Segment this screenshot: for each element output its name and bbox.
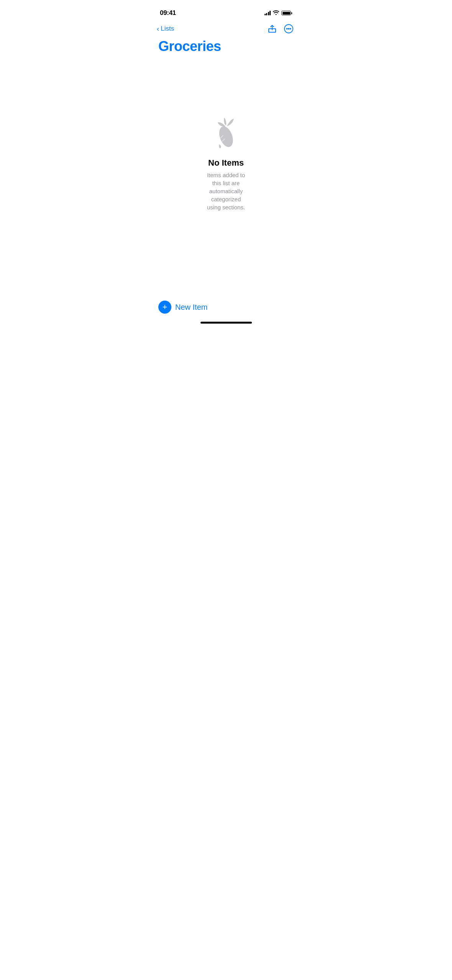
signal-bar-4 [270,11,271,15]
page-title-section: Groceries [151,37,301,61]
battery-icon [281,11,292,15]
carrot-icon [211,116,242,152]
more-button[interactable] [284,24,294,34]
bottom-bar: + New Item [151,294,301,327]
new-item-label: New Item [175,303,207,312]
signal-bar-2 [266,13,267,15]
page-title: Groceries [158,38,294,54]
new-item-circle-icon: + [158,301,171,314]
signal-bars-icon [265,11,271,15]
status-time: 09:41 [160,9,176,17]
svg-point-3 [288,28,289,29]
back-chevron-icon: ‹ [157,25,159,32]
empty-subtitle: Items added to this list are automatical… [204,171,248,211]
signal-bar-1 [265,14,266,15]
signal-bar-3 [268,12,269,15]
new-item-button[interactable]: + New Item [158,301,294,314]
plus-icon: + [163,303,168,311]
nav-actions [268,24,294,34]
share-button[interactable] [268,24,277,33]
back-button[interactable]: ‹ Lists [157,25,174,33]
wifi-icon [273,10,279,16]
empty-state: No Items Items added to this list are au… [188,116,264,211]
svg-point-2 [286,28,287,29]
status-icons [265,10,293,16]
svg-point-4 [290,28,291,29]
nav-bar: ‹ Lists [151,21,301,37]
home-indicator [201,322,252,324]
status-bar: 09:41 [151,0,301,21]
empty-title: No Items [208,158,244,168]
back-label: Lists [161,25,174,33]
